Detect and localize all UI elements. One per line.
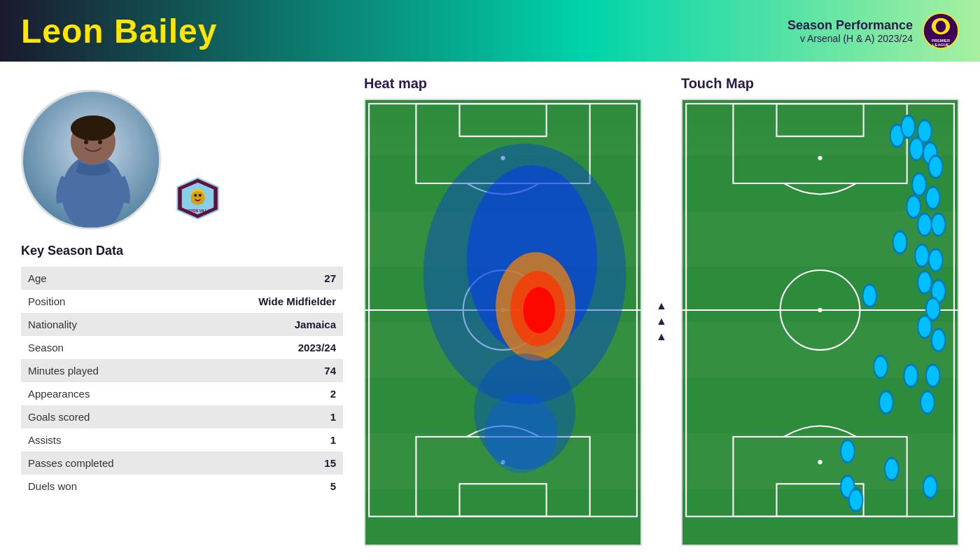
touch-dot [918, 316, 932, 338]
stat-value: 5 [189, 475, 343, 498]
svg-point-26 [424, 144, 626, 404]
svg-point-29 [510, 271, 566, 346]
touch-dots-layer [682, 100, 958, 545]
stat-value: 1 [189, 428, 343, 451]
heatmap-gradient [365, 100, 640, 520]
svg-point-31 [474, 354, 575, 470]
arrow-2: ▲ [656, 315, 667, 328]
touch-dot [841, 476, 855, 498]
stat-value: Wide Midfielder [189, 290, 343, 313]
touch-dot [923, 142, 937, 164]
season-subtitle: v Arsenal (H & A) 2023/24 [788, 33, 913, 44]
svg-point-38 [780, 270, 860, 350]
season-performance-label: Season Performance [788, 18, 913, 33]
svg-point-8 [84, 140, 88, 144]
touch-dot [918, 120, 932, 143]
touch-dot [932, 329, 946, 351]
heatmap-pitch [364, 99, 642, 546]
heatmap-title: Heat map [364, 76, 642, 92]
touch-dot [926, 298, 940, 321]
heatmap-container: Heat map [364, 76, 642, 546]
header-right: Season Performance v Arsenal (H & A) 202… [788, 13, 959, 49]
heatmap-pitch-lines [365, 100, 640, 520]
svg-point-27 [467, 165, 597, 354]
svg-text:ASTON VILLA: ASTON VILLA [186, 209, 210, 213]
stats-row: Appearances2 [21, 382, 343, 405]
touch-dot [890, 125, 904, 147]
touch-dot [929, 249, 943, 272]
player-photo-area: ASTON VILLA [21, 76, 343, 230]
stat-label: Appearances [21, 382, 189, 405]
touchmap-title: Touch Map [681, 76, 959, 92]
svg-point-39 [818, 308, 822, 312]
svg-rect-41 [776, 484, 863, 517]
touch-dot [912, 174, 926, 196]
touch-dot [920, 391, 934, 414]
svg-point-13 [194, 194, 197, 197]
player-name: Leon Bailey [21, 12, 217, 50]
svg-text:LEAGUE: LEAGUE [932, 43, 949, 47]
key-season-label: Key Season Data [21, 244, 343, 258]
touch-dot [918, 271, 932, 293]
touch-dot [909, 138, 923, 160]
stat-label: Passes completed [21, 451, 189, 475]
stats-row: Age27 [21, 267, 343, 290]
player-silhouette [23, 92, 161, 230]
touch-dot [915, 244, 929, 267]
svg-point-25 [500, 460, 505, 464]
stat-label: Season [21, 336, 189, 359]
touch-dot [904, 365, 918, 387]
stats-row: NationalityJamaica [21, 313, 343, 336]
svg-point-7 [71, 115, 115, 141]
main-content: ASTON VILLA Key Season Data Age27Positio… [0, 62, 980, 560]
direction-arrows: ▲ ▲ ▲ [656, 76, 667, 546]
svg-point-42 [818, 460, 822, 464]
touch-dot [901, 115, 915, 138]
stat-label: Duels won [21, 475, 189, 498]
touchmap-container: Touch Map [681, 76, 959, 546]
stat-label: Nationality [21, 313, 189, 336]
touch-dot [923, 476, 937, 498]
stat-label: Goals scored [21, 405, 189, 428]
touchmap-pitch-lines [682, 100, 958, 520]
arrow-3: ▲ [656, 330, 667, 343]
touch-dot [879, 391, 893, 414]
svg-point-22 [500, 308, 505, 312]
stats-row: Passes completed15 [21, 451, 343, 475]
touch-dot [874, 356, 888, 378]
stats-row: PositionWide Midfielder [21, 290, 343, 313]
touch-dot [926, 365, 940, 387]
touch-dot [849, 489, 863, 512]
touch-dot [929, 155, 943, 178]
stat-value: 1 [189, 405, 343, 428]
player-avatar [21, 90, 161, 230]
stat-label: Position [21, 290, 189, 313]
touch-dot [906, 196, 920, 218]
stat-label: Age [21, 267, 189, 290]
svg-rect-34 [686, 104, 954, 517]
aston-villa-badge: ASTON VILLA [175, 176, 220, 221]
svg-rect-18 [416, 104, 589, 183]
svg-rect-23 [416, 437, 589, 517]
stat-value: 15 [189, 451, 343, 475]
touch-dot [841, 440, 855, 463]
stat-label: Minutes played [21, 359, 189, 382]
stat-value: 2023/24 [189, 336, 343, 359]
touch-dot [918, 214, 932, 236]
touch-dot [885, 458, 899, 480]
svg-rect-24 [459, 484, 546, 517]
stat-value: 27 [189, 267, 343, 290]
touch-dot [932, 280, 946, 302]
svg-point-1 [936, 20, 946, 32]
svg-rect-40 [733, 437, 906, 517]
svg-point-14 [199, 194, 202, 197]
header: Leon Bailey Season Performance v Arsenal… [0, 0, 980, 62]
stat-value: Jamaica [189, 313, 343, 336]
touch-dot [893, 231, 907, 253]
svg-rect-17 [369, 104, 637, 517]
touch-dot [926, 187, 940, 209]
svg-text:PREMIER: PREMIER [932, 38, 951, 43]
svg-point-9 [98, 140, 102, 144]
touchmap-pitch [681, 99, 959, 546]
stats-row: Minutes played74 [21, 359, 343, 382]
